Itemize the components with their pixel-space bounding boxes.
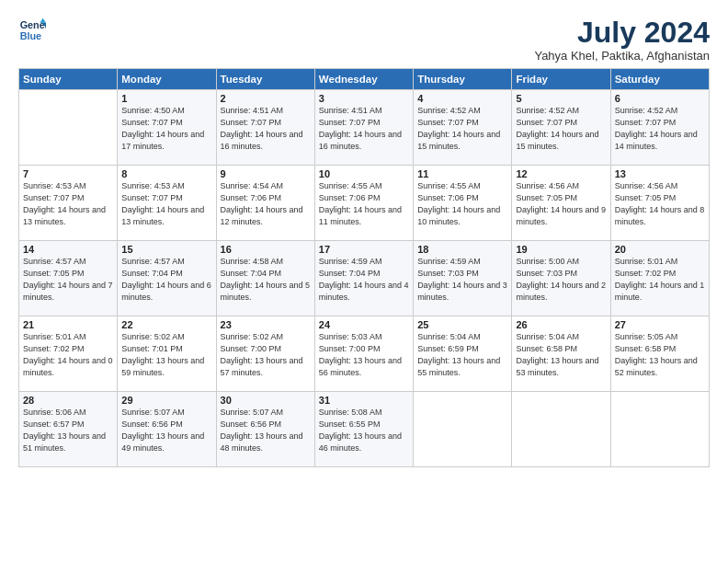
cell-week3-day7: 20 Sunrise: 5:01 AMSunset: 7:02 PMDaylig… <box>610 241 709 316</box>
day-number: 29 <box>121 395 211 406</box>
cell-week5-day6 <box>512 392 610 467</box>
cell-week5-day2: 29 Sunrise: 5:07 AMSunset: 6:56 PMDaylig… <box>118 392 216 467</box>
day-number: 14 <box>23 244 113 255</box>
day-number: 19 <box>516 244 606 255</box>
cell-info: Sunrise: 4:59 AMSunset: 7:04 PMDaylight:… <box>319 256 409 304</box>
cell-week4-day4: 24 Sunrise: 5:03 AMSunset: 7:00 PMDaylig… <box>314 316 413 392</box>
cell-info: Sunrise: 5:05 AMSunset: 6:58 PMDaylight:… <box>615 331 705 379</box>
day-number: 11 <box>417 168 507 179</box>
week-row-3: 14 Sunrise: 4:57 AMSunset: 7:05 PMDaylig… <box>19 241 710 316</box>
cell-week2-day4: 10 Sunrise: 4:55 AMSunset: 7:06 PMDaylig… <box>314 166 413 241</box>
cell-week5-day4: 31 Sunrise: 5:08 AMSunset: 6:55 PMDaylig… <box>314 392 413 467</box>
day-number: 2 <box>221 93 311 104</box>
logo-icon: General Blue <box>18 17 46 44</box>
cell-week3-day3: 16 Sunrise: 4:58 AMSunset: 7:04 PMDaylig… <box>216 241 314 316</box>
cell-week5-day1: 28 Sunrise: 5:06 AMSunset: 6:57 PMDaylig… <box>19 392 118 467</box>
cell-info: Sunrise: 4:56 AMSunset: 7:05 PMDaylight:… <box>516 180 606 228</box>
day-number: 16 <box>221 244 311 255</box>
cell-week1-day6: 5 Sunrise: 4:52 AMSunset: 7:07 PMDayligh… <box>512 90 610 166</box>
cell-week4-day2: 22 Sunrise: 5:02 AMSunset: 7:01 PMDaylig… <box>118 316 216 392</box>
cell-week2-day7: 13 Sunrise: 4:56 AMSunset: 7:05 PMDaylig… <box>610 166 709 241</box>
header-tuesday: Tuesday <box>216 69 314 90</box>
day-number: 5 <box>516 93 606 104</box>
cell-week1-day2: 1 Sunrise: 4:50 AMSunset: 7:07 PMDayligh… <box>118 90 216 166</box>
cell-info: Sunrise: 5:07 AMSunset: 6:56 PMDaylight:… <box>221 407 311 454</box>
week-row-1: 1 Sunrise: 4:50 AMSunset: 7:07 PMDayligh… <box>19 90 710 166</box>
cell-info: Sunrise: 4:53 AMSunset: 7:07 PMDaylight:… <box>23 180 113 228</box>
cell-info: Sunrise: 4:58 AMSunset: 7:04 PMDaylight:… <box>221 256 311 304</box>
cell-week3-day2: 15 Sunrise: 4:57 AMSunset: 7:04 PMDaylig… <box>118 241 216 316</box>
cell-info: Sunrise: 4:56 AMSunset: 7:05 PMDaylight:… <box>615 180 705 228</box>
cell-week2-day1: 7 Sunrise: 4:53 AMSunset: 7:07 PMDayligh… <box>19 166 118 241</box>
cell-info: Sunrise: 4:51 AMSunset: 7:07 PMDaylight:… <box>221 105 311 153</box>
cell-info: Sunrise: 4:57 AMSunset: 7:05 PMDaylight:… <box>23 256 113 304</box>
cell-info: Sunrise: 5:06 AMSunset: 6:57 PMDaylight:… <box>23 407 113 454</box>
cell-week2-day5: 11 Sunrise: 4:55 AMSunset: 7:06 PMDaylig… <box>414 166 512 241</box>
header-wednesday: Wednesday <box>314 69 413 90</box>
location: Yahya Khel, Paktika, Afghanistan <box>534 49 710 63</box>
cell-info: Sunrise: 5:04 AMSunset: 6:58 PMDaylight:… <box>516 331 606 379</box>
cell-week5-day5 <box>414 392 512 467</box>
day-number: 28 <box>23 395 113 406</box>
week-row-4: 21 Sunrise: 5:01 AMSunset: 7:02 PMDaylig… <box>19 316 710 392</box>
cell-info: Sunrise: 5:01 AMSunset: 7:02 PMDaylight:… <box>615 256 705 304</box>
cell-info: Sunrise: 4:57 AMSunset: 7:04 PMDaylight:… <box>121 256 211 304</box>
calendar-table: Sunday Monday Tuesday Wednesday Thursday… <box>18 68 710 467</box>
day-number: 12 <box>516 168 606 179</box>
cell-week2-day3: 9 Sunrise: 4:54 AMSunset: 7:06 PMDayligh… <box>216 166 314 241</box>
cell-info: Sunrise: 4:52 AMSunset: 7:07 PMDaylight:… <box>516 105 606 153</box>
cell-week4-day3: 23 Sunrise: 5:02 AMSunset: 7:00 PMDaylig… <box>216 316 314 392</box>
day-number: 10 <box>319 168 409 179</box>
day-number: 15 <box>121 244 211 255</box>
cell-info: Sunrise: 4:55 AMSunset: 7:06 PMDaylight:… <box>417 180 507 228</box>
cell-info: Sunrise: 4:54 AMSunset: 7:06 PMDaylight:… <box>221 180 311 228</box>
day-number: 22 <box>121 319 211 330</box>
cell-week1-day1 <box>19 90 118 166</box>
cell-week4-day6: 26 Sunrise: 5:04 AMSunset: 6:58 PMDaylig… <box>512 316 610 392</box>
cell-week5-day3: 30 Sunrise: 5:07 AMSunset: 6:56 PMDaylig… <box>216 392 314 467</box>
cell-week4-day1: 21 Sunrise: 5:01 AMSunset: 7:02 PMDaylig… <box>19 316 118 392</box>
day-number: 4 <box>417 93 507 104</box>
cell-week3-day6: 19 Sunrise: 5:00 AMSunset: 7:03 PMDaylig… <box>512 241 610 316</box>
day-number: 13 <box>615 168 705 179</box>
title-block: July 2024 Yahya Khel, Paktika, Afghanist… <box>534 17 710 63</box>
day-number: 26 <box>516 319 606 330</box>
day-number: 21 <box>23 319 113 330</box>
cell-info: Sunrise: 5:07 AMSunset: 6:56 PMDaylight:… <box>121 407 211 454</box>
day-number: 3 <box>319 93 409 104</box>
cell-info: Sunrise: 5:02 AMSunset: 7:01 PMDaylight:… <box>121 331 211 379</box>
page-header: General Blue July 2024 Yahya Khel, Pakti… <box>18 17 710 63</box>
header-monday: Monday <box>118 69 216 90</box>
cell-info: Sunrise: 4:52 AMSunset: 7:07 PMDaylight:… <box>615 105 705 153</box>
day-number: 27 <box>615 319 705 330</box>
cell-info: Sunrise: 5:00 AMSunset: 7:03 PMDaylight:… <box>516 256 606 304</box>
cell-week1-day3: 2 Sunrise: 4:51 AMSunset: 7:07 PMDayligh… <box>216 90 314 166</box>
cell-info: Sunrise: 4:52 AMSunset: 7:07 PMDaylight:… <box>417 105 507 153</box>
logo: General Blue <box>18 17 46 44</box>
week-row-2: 7 Sunrise: 4:53 AMSunset: 7:07 PMDayligh… <box>19 166 710 241</box>
day-number: 24 <box>319 319 409 330</box>
cell-week2-day2: 8 Sunrise: 4:53 AMSunset: 7:07 PMDayligh… <box>118 166 216 241</box>
month-title: July 2024 <box>534 17 710 49</box>
cell-info: Sunrise: 5:02 AMSunset: 7:00 PMDaylight:… <box>221 331 311 379</box>
header-sunday: Sunday <box>19 69 118 90</box>
cell-week1-day5: 4 Sunrise: 4:52 AMSunset: 7:07 PMDayligh… <box>414 90 512 166</box>
cell-week5-day7 <box>610 392 709 467</box>
cell-info: Sunrise: 5:01 AMSunset: 7:02 PMDaylight:… <box>23 331 113 379</box>
cell-week1-day7: 6 Sunrise: 4:52 AMSunset: 7:07 PMDayligh… <box>610 90 709 166</box>
day-number: 9 <box>221 168 311 179</box>
cell-week3-day1: 14 Sunrise: 4:57 AMSunset: 7:05 PMDaylig… <box>19 241 118 316</box>
cell-info: Sunrise: 5:03 AMSunset: 7:00 PMDaylight:… <box>319 331 409 379</box>
cell-info: Sunrise: 4:50 AMSunset: 7:07 PMDaylight:… <box>121 105 211 153</box>
cell-info: Sunrise: 4:51 AMSunset: 7:07 PMDaylight:… <box>319 105 409 153</box>
header-thursday: Thursday <box>414 69 512 90</box>
cell-info: Sunrise: 4:55 AMSunset: 7:06 PMDaylight:… <box>319 180 409 228</box>
cell-week3-day4: 17 Sunrise: 4:59 AMSunset: 7:04 PMDaylig… <box>314 241 413 316</box>
cell-week3-day5: 18 Sunrise: 4:59 AMSunset: 7:03 PMDaylig… <box>414 241 512 316</box>
week-row-5: 28 Sunrise: 5:06 AMSunset: 6:57 PMDaylig… <box>19 392 710 467</box>
day-number: 6 <box>615 93 705 104</box>
day-number: 31 <box>319 395 409 406</box>
day-number: 25 <box>417 319 507 330</box>
day-number: 8 <box>121 168 211 179</box>
day-number: 1 <box>121 93 211 104</box>
